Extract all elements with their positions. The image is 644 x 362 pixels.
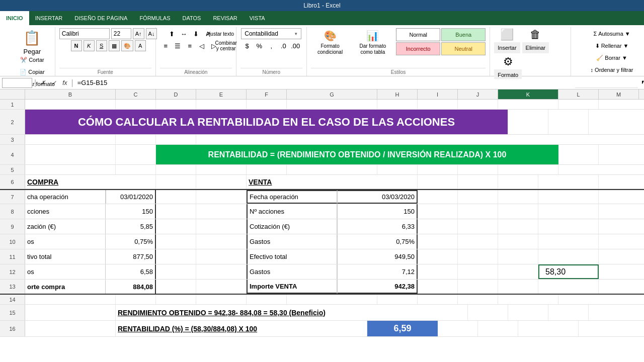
cell-d7[interactable] (156, 190, 196, 204)
col-header-l[interactable]: L (558, 89, 599, 99)
cell-i16[interactable] (438, 321, 478, 336)
cell-l1[interactable] (558, 100, 599, 109)
cell-j11[interactable] (498, 249, 538, 264)
cell-g13[interactable]: 942,38 (337, 280, 418, 294)
cell-e11[interactable] (196, 249, 247, 264)
cell-i10[interactable] (458, 234, 498, 249)
cell-i5[interactable] (418, 165, 458, 174)
cell-h11[interactable] (418, 249, 458, 264)
cell-c13[interactable]: 884,08 (106, 280, 156, 294)
font-name-input[interactable] (59, 28, 110, 39)
ordenar-button[interactable]: ↕ Ordenar y filtrar (587, 64, 637, 75)
cell-c8[interactable]: 150 (106, 204, 156, 219)
cell-c5[interactable] (116, 165, 156, 174)
cell-g9[interactable]: 6,33 (337, 219, 418, 234)
italic-button[interactable]: K (84, 40, 95, 51)
cell-b3[interactable] (25, 135, 116, 144)
align-center-button[interactable]: ☰ (172, 40, 183, 51)
col-header-m[interactable]: M (599, 89, 639, 99)
cell-i7[interactable] (458, 190, 498, 204)
tab-vista[interactable]: VISTA (244, 11, 271, 25)
cell-j7[interactable] (498, 190, 538, 204)
dec-dec-button[interactable]: .00 (290, 40, 301, 51)
font-grow-button[interactable]: A↑ (133, 28, 144, 39)
cell-i14[interactable] (418, 295, 458, 304)
font-size-input[interactable] (111, 28, 131, 39)
cell-g11[interactable]: 949,50 (337, 249, 418, 264)
wrap-text-button[interactable]: Ajustar texto (214, 28, 225, 39)
cell-i11[interactable] (458, 249, 498, 264)
cell-k14[interactable] (498, 295, 558, 304)
cell-d12[interactable] (156, 264, 196, 279)
col-header-b[interactable]: B (25, 89, 116, 99)
cell-venta-label[interactable]: VENTA (247, 175, 418, 189)
percent-button[interactable]: % (254, 40, 265, 51)
cell-k1[interactable] (498, 100, 558, 109)
cell-j8[interactable] (498, 204, 538, 219)
btn-cortar[interactable]: ✂️ Cortar (17, 54, 48, 65)
cell-g7-venta-value[interactable]: 03/03/2020 (337, 190, 418, 204)
cell-k13[interactable] (538, 280, 599, 294)
cell-j16[interactable] (478, 321, 518, 336)
dar-formato-button[interactable]: 📊 Dar formato como tabla (351, 28, 394, 53)
cell-k12[interactable]: 58,30 (538, 264, 599, 279)
cell-h6[interactable] (418, 175, 458, 189)
fill-color-button[interactable]: 🎨 (121, 40, 133, 51)
cell-d9[interactable] (156, 219, 196, 234)
cell-f9[interactable]: Cotización (€) (247, 219, 337, 234)
cell-d3[interactable] (156, 135, 196, 144)
cell-g10[interactable]: 0,75% (337, 234, 418, 249)
style-neutral[interactable]: Neutral (441, 42, 486, 55)
cell-b10[interactable]: os (25, 234, 106, 249)
align-bottom-button[interactable]: ⬇ (190, 28, 201, 39)
tab-diseno[interactable]: DISEÑO DE PÁGINA (68, 11, 133, 25)
tab-insertar[interactable]: INSERTAR (29, 11, 69, 25)
cell-c11[interactable]: 877,50 (106, 249, 156, 264)
cell-j9[interactable] (498, 219, 538, 234)
cell-k5[interactable] (498, 165, 558, 174)
btn-copiar[interactable]: 📄 Copiar (16, 66, 48, 77)
cell-i6[interactable] (458, 175, 498, 189)
cell-h12[interactable] (418, 264, 458, 279)
cell-k8[interactable] (538, 204, 599, 219)
cell-j6[interactable] (498, 175, 538, 189)
fx-button[interactable]: ✗ (38, 79, 47, 86)
cell-f7-venta-label[interactable]: Fecha operación (247, 190, 337, 204)
rellenar-button[interactable]: ⬇ Rellenar ▼ (592, 40, 632, 51)
indent-dec-button[interactable]: ◁ (196, 40, 207, 51)
cell-h5[interactable] (377, 165, 418, 174)
cell-f13[interactable]: Importe VENTA (247, 280, 337, 294)
cell-h10[interactable] (418, 234, 458, 249)
cell-k2[interactable] (508, 110, 548, 134)
cell-j12[interactable] (498, 264, 538, 279)
cell-d1[interactable] (156, 100, 196, 109)
col-header-g[interactable]: G (287, 89, 377, 99)
cell-c3[interactable] (116, 135, 156, 144)
cell-h14[interactable] (377, 295, 418, 304)
tab-formulas[interactable]: FÓRMULAS (133, 11, 176, 25)
col-header-h[interactable]: H (377, 89, 418, 99)
cell-b11[interactable]: tivo total (25, 249, 106, 264)
cell-i13[interactable] (458, 280, 498, 294)
cell-f8-venta-label[interactable]: Nº acciones (247, 204, 337, 219)
cell-b8[interactable]: cciones (25, 204, 106, 219)
cell-e9[interactable] (196, 219, 247, 234)
cell-d10[interactable] (156, 234, 196, 249)
col-header-c[interactable]: C (116, 89, 156, 99)
cell-g12[interactable]: 7,12 (337, 264, 418, 279)
col-header-k[interactable]: K (498, 89, 558, 99)
cell-f1[interactable] (247, 100, 287, 109)
cell-k9[interactable] (538, 219, 599, 234)
cell-h9[interactable] (418, 219, 458, 234)
name-box[interactable] (2, 78, 32, 88)
cell-k11[interactable] (538, 249, 599, 264)
cell-c1[interactable] (116, 100, 156, 109)
cell-efgh3[interactable] (196, 135, 644, 144)
cell-f14[interactable] (247, 295, 287, 304)
style-normal[interactable]: Normal (396, 28, 440, 41)
cell-e5[interactable] (196, 165, 247, 174)
bold-button[interactable]: N (71, 40, 82, 51)
cell-g8-venta-value[interactable]: 150 (337, 204, 418, 219)
col-header-i[interactable]: I (418, 89, 458, 99)
cell-c14[interactable] (116, 295, 156, 304)
